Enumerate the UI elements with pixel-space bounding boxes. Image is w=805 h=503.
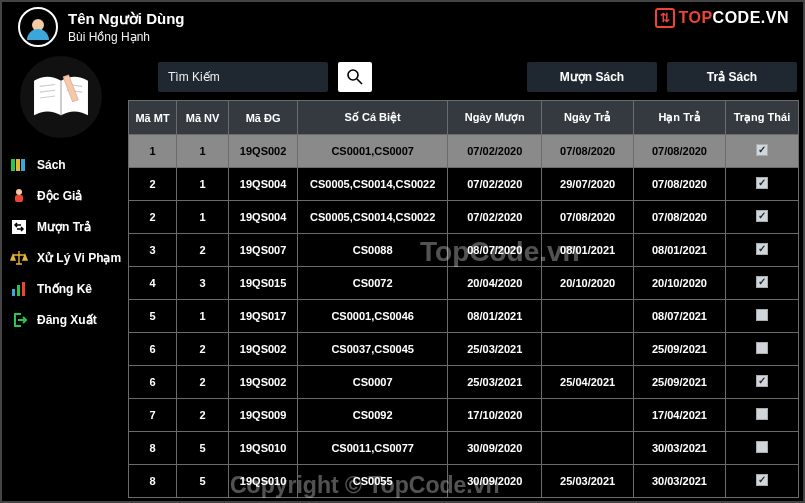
- status-checkbox[interactable]: [756, 177, 768, 189]
- table-cell: 2: [177, 234, 229, 267]
- table-cell: 25/03/2021: [448, 333, 542, 366]
- table-cell: 30/03/2021: [634, 465, 726, 498]
- table-row[interactable]: 5119QS017CS0001,CS004608/01/202108/07/20…: [129, 300, 799, 333]
- status-cell: [725, 135, 798, 168]
- table-cell: 25/09/2021: [634, 366, 726, 399]
- table-cell: 19QS010: [229, 432, 298, 465]
- table-row[interactable]: 1119QS002CS0001,CS000707/02/202007/08/20…: [129, 135, 799, 168]
- table-cell: 5: [177, 465, 229, 498]
- table-row[interactable]: 7219QS009CS009217/10/202017/04/2021: [129, 399, 799, 432]
- table-cell: 19QS002: [229, 135, 298, 168]
- search-input[interactable]: [158, 62, 328, 92]
- table-row[interactable]: 2119QS004CS0005,CS0014,CS002207/02/20202…: [129, 168, 799, 201]
- table-cell: CS0005,CS0014,CS0022: [298, 201, 448, 234]
- status-checkbox[interactable]: [756, 408, 768, 420]
- sidebar-item-label: Mượn Trả: [37, 220, 91, 234]
- table-cell: 2: [177, 366, 229, 399]
- table-cell: 19QS010: [229, 465, 298, 498]
- table-row[interactable]: 2119QS004CS0005,CS0014,CS002207/02/20200…: [129, 201, 799, 234]
- status-checkbox[interactable]: [756, 144, 768, 156]
- table-row[interactable]: 8519QS010CS0011,CS007730/09/202030/03/20…: [129, 432, 799, 465]
- table-cell: 19QS015: [229, 267, 298, 300]
- status-checkbox[interactable]: [756, 375, 768, 387]
- search-button[interactable]: [338, 62, 372, 92]
- table-row[interactable]: 6219QS002CS0037,CS004525/03/202125/09/20…: [129, 333, 799, 366]
- status-checkbox[interactable]: [756, 441, 768, 453]
- table-cell: 19QS009: [229, 399, 298, 432]
- table-cell: 2: [129, 168, 177, 201]
- status-checkbox[interactable]: [756, 243, 768, 255]
- table-row[interactable]: 6219QS002CS000725/03/202125/04/202125/09…: [129, 366, 799, 399]
- table-cell: CS0007: [298, 366, 448, 399]
- svg-point-3: [16, 189, 22, 195]
- sidebar-item-docgia[interactable]: Độc Giả: [10, 187, 122, 205]
- sidebar-item-vipham[interactable]: Xử Lý Vi Phạm: [10, 249, 122, 267]
- table-cell: 2: [177, 333, 229, 366]
- table-cell: 19QS004: [229, 168, 298, 201]
- borrow-button[interactable]: Mượn Sách: [527, 62, 657, 92]
- status-checkbox[interactable]: [756, 342, 768, 354]
- table-cell: 08/07/2021: [634, 300, 726, 333]
- status-checkbox[interactable]: [756, 276, 768, 288]
- reader-icon: [10, 187, 28, 205]
- table-row[interactable]: 8519QS010CS005530/09/202025/03/202130/03…: [129, 465, 799, 498]
- table-cell: 19QS007: [229, 234, 298, 267]
- column-header[interactable]: Ngày Trả: [542, 101, 634, 135]
- table-cell: 1: [129, 135, 177, 168]
- logo-badge-icon: ⇅: [655, 8, 675, 28]
- table-cell: 20/10/2020: [634, 267, 726, 300]
- table-cell: [542, 432, 634, 465]
- svg-rect-8: [22, 282, 25, 296]
- table-cell: 17/10/2020: [448, 399, 542, 432]
- table-cell: 07/08/2020: [634, 201, 726, 234]
- table-cell: 1: [177, 135, 229, 168]
- sidebar-item-label: Xử Lý Vi Phạm: [37, 251, 121, 265]
- column-header[interactable]: Mã ĐG: [229, 101, 298, 135]
- column-header[interactable]: Hạn Trả: [634, 101, 726, 135]
- table-cell: CS0005,CS0014,CS0022: [298, 168, 448, 201]
- status-cell: [725, 300, 798, 333]
- table-cell: 3: [177, 267, 229, 300]
- return-button[interactable]: Trả Sách: [667, 62, 797, 92]
- table-cell: 20/04/2020: [448, 267, 542, 300]
- table-cell: 30/09/2020: [448, 432, 542, 465]
- sidebar-item-sach[interactable]: Sách: [10, 156, 122, 174]
- svg-rect-0: [11, 159, 15, 171]
- sidebar-item-label: Thống Kê: [37, 282, 92, 296]
- status-checkbox[interactable]: [756, 474, 768, 486]
- table-row[interactable]: 3219QS007CS008808/07/202008/01/202108/01…: [129, 234, 799, 267]
- table-cell: 07/02/2020: [448, 201, 542, 234]
- table-cell: 8: [129, 465, 177, 498]
- table-cell: 25/03/2021: [542, 465, 634, 498]
- table-cell: 30/09/2020: [448, 465, 542, 498]
- status-cell: [725, 333, 798, 366]
- table-cell: 19QS002: [229, 333, 298, 366]
- table-cell: [542, 300, 634, 333]
- status-checkbox[interactable]: [756, 210, 768, 222]
- column-header[interactable]: Ngày Mượn: [448, 101, 542, 135]
- table-cell: 3: [129, 234, 177, 267]
- status-checkbox[interactable]: [756, 309, 768, 321]
- table-cell: CS0037,CS0045: [298, 333, 448, 366]
- column-header[interactable]: Số Cá Biệt: [298, 101, 448, 135]
- svg-point-9: [348, 70, 358, 80]
- table-cell: 07/02/2020: [448, 135, 542, 168]
- column-header[interactable]: Mã NV: [177, 101, 229, 135]
- column-header[interactable]: Mã MT: [129, 101, 177, 135]
- sidebar-item-label: Độc Giả: [37, 189, 82, 203]
- column-header[interactable]: Trạng Thái: [725, 101, 798, 135]
- table-cell: 08/01/2021: [634, 234, 726, 267]
- sidebar-item-label: Đăng Xuất: [37, 313, 97, 327]
- svg-rect-7: [17, 285, 20, 296]
- borrow-table: Mã MTMã NVMã ĐGSố Cá BiệtNgày MượnNgày T…: [128, 100, 799, 498]
- sidebar-item-muontra[interactable]: Mượn Trả: [10, 218, 122, 236]
- sidebar-item-dangxuat[interactable]: Đăng Xuất: [10, 311, 122, 329]
- status-cell: [725, 201, 798, 234]
- table-row[interactable]: 4319QS015CS007220/04/202020/10/202020/10…: [129, 267, 799, 300]
- status-cell: [725, 432, 798, 465]
- table-cell: 30/03/2021: [634, 432, 726, 465]
- status-cell: [725, 465, 798, 498]
- svg-rect-4: [15, 195, 23, 202]
- status-cell: [725, 399, 798, 432]
- sidebar-item-thongke[interactable]: Thống Kê: [10, 280, 122, 298]
